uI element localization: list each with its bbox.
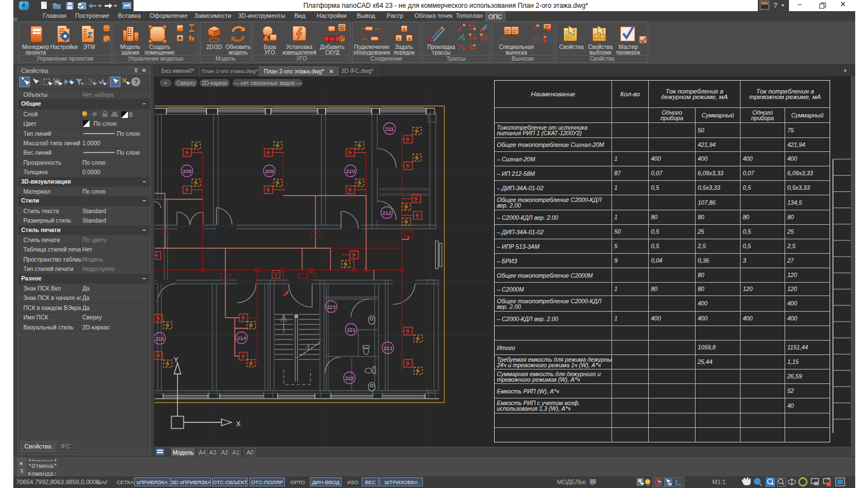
svg-text:!: ! bbox=[828, 482, 829, 487]
svg-text:X: X bbox=[236, 420, 241, 428]
svg-text:222: 222 bbox=[345, 375, 354, 381]
svg-text:210: 210 bbox=[346, 168, 355, 174]
svg-text:Y: Y bbox=[174, 356, 179, 364]
svg-text:212: 212 bbox=[382, 210, 391, 216]
svg-text:214: 214 bbox=[237, 335, 246, 341]
svg-text:209: 209 bbox=[265, 168, 274, 174]
svg-text:223: 223 bbox=[327, 304, 336, 310]
svg-text:215: 215 bbox=[155, 336, 164, 342]
svg-text:221: 221 bbox=[347, 327, 356, 333]
svg-text:1: 1 bbox=[397, 36, 400, 41]
svg-text:208: 208 bbox=[183, 168, 191, 174]
svg-text:3: 3 bbox=[408, 36, 411, 41]
svg-text:Σ: Σ bbox=[87, 30, 93, 40]
svg-text:⚙: ⚙ bbox=[582, 480, 586, 485]
svg-text:2: 2 bbox=[403, 27, 406, 32]
svg-text:?: ? bbox=[773, 2, 777, 9]
svg-text:213: 213 bbox=[383, 345, 392, 351]
svg-text:211: 211 bbox=[385, 126, 393, 132]
svg-text:0: 0 bbox=[129, 111, 132, 118]
